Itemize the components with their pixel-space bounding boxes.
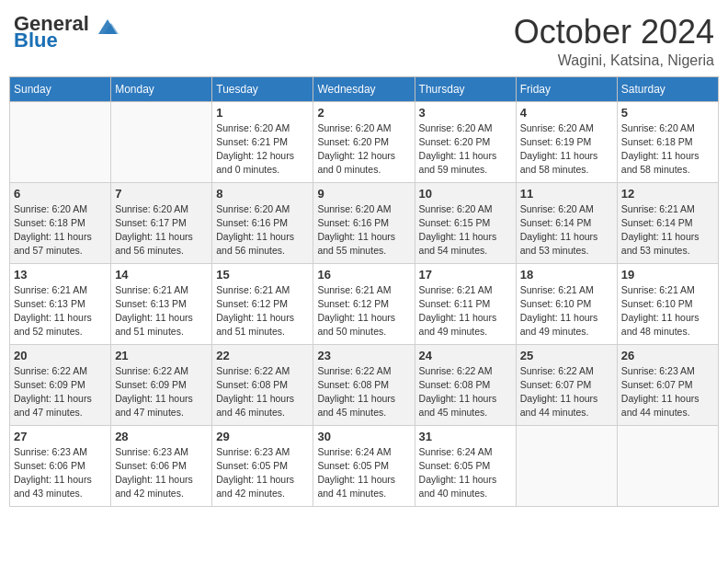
day-info: Sunrise: 6:20 AMSunset: 6:15 PMDaylight:… [419,202,512,259]
calendar-cell [111,101,212,182]
calendar-week-row: 20Sunrise: 6:22 AMSunset: 6:09 PMDayligh… [10,344,719,425]
day-number: 24 [419,349,512,362]
calendar-cell: 20Sunrise: 6:22 AMSunset: 6:09 PMDayligh… [10,344,111,425]
day-info: Sunrise: 6:20 AMSunset: 6:18 PMDaylight:… [14,202,107,259]
logo: General Blue [14,14,120,51]
calendar-cell: 17Sunrise: 6:21 AMSunset: 6:11 PMDayligh… [415,263,516,344]
day-info: Sunrise: 6:20 AMSunset: 6:16 PMDaylight:… [317,202,410,259]
day-number: 26 [621,349,714,362]
calendar-cell: 12Sunrise: 6:21 AMSunset: 6:14 PMDayligh… [617,182,718,263]
calendar-cell [10,101,111,182]
calendar-cell: 19Sunrise: 6:21 AMSunset: 6:10 PMDayligh… [617,263,718,344]
day-number: 6 [14,187,107,201]
calendar-cell: 9Sunrise: 6:20 AMSunset: 6:16 PMDaylight… [313,182,415,263]
calendar-cell: 18Sunrise: 6:21 AMSunset: 6:10 PMDayligh… [516,263,617,344]
day-number: 12 [621,187,714,201]
calendar-cell: 4Sunrise: 6:20 AMSunset: 6:19 PMDaylight… [516,101,617,182]
day-info: Sunrise: 6:21 AMSunset: 6:14 PMDaylight:… [621,202,714,259]
day-number: 8 [216,187,309,201]
day-info: Sunrise: 6:23 AMSunset: 6:06 PMDaylight:… [14,445,107,501]
day-info: Sunrise: 6:22 AMSunset: 6:09 PMDaylight:… [115,364,208,420]
day-number: 14 [115,268,208,282]
day-number: 29 [216,430,309,443]
day-number: 3 [419,106,512,120]
day-number: 13 [14,268,107,282]
day-number: 22 [216,349,309,362]
calendar-cell: 15Sunrise: 6:21 AMSunset: 6:12 PMDayligh… [212,263,313,344]
day-info: Sunrise: 6:22 AMSunset: 6:09 PMDaylight:… [14,364,107,420]
day-number: 28 [115,430,208,443]
day-info: Sunrise: 6:24 AMSunset: 6:05 PMDaylight:… [419,445,512,501]
calendar-cell: 29Sunrise: 6:23 AMSunset: 6:05 PMDayligh… [212,425,313,506]
calendar-cell: 1Sunrise: 6:20 AMSunset: 6:21 PMDaylight… [212,101,313,182]
day-header-friday: Friday [516,76,617,101]
day-info: Sunrise: 6:21 AMSunset: 6:13 PMDaylight:… [14,283,107,339]
calendar-cell: 23Sunrise: 6:22 AMSunset: 6:08 PMDayligh… [313,344,415,425]
day-number: 17 [419,268,512,282]
calendar-week-row: 1Sunrise: 6:20 AMSunset: 6:21 PMDaylight… [10,101,719,182]
day-number: 31 [419,430,512,443]
calendar-cell: 14Sunrise: 6:21 AMSunset: 6:13 PMDayligh… [111,263,212,344]
month-title: October 2024 [514,14,714,51]
calendar-cell: 16Sunrise: 6:21 AMSunset: 6:12 PMDayligh… [313,263,415,344]
day-info: Sunrise: 6:21 AMSunset: 6:12 PMDaylight:… [317,283,410,339]
day-info: Sunrise: 6:22 AMSunset: 6:08 PMDaylight:… [419,364,512,420]
day-info: Sunrise: 6:22 AMSunset: 6:08 PMDaylight:… [216,364,309,420]
day-number: 23 [317,349,410,362]
day-info: Sunrise: 6:21 AMSunset: 6:10 PMDaylight:… [520,283,613,339]
day-info: Sunrise: 6:22 AMSunset: 6:07 PMDaylight:… [520,364,613,420]
day-info: Sunrise: 6:20 AMSunset: 6:16 PMDaylight:… [216,202,309,259]
day-info: Sunrise: 6:23 AMSunset: 6:05 PMDaylight:… [216,445,309,501]
day-number: 16 [317,268,410,282]
day-info: Sunrise: 6:21 AMSunset: 6:12 PMDaylight:… [216,283,309,339]
calendar-cell: 5Sunrise: 6:20 AMSunset: 6:18 PMDaylight… [617,101,718,182]
calendar-cell: 10Sunrise: 6:20 AMSunset: 6:15 PMDayligh… [415,182,516,263]
calendar-cell: 27Sunrise: 6:23 AMSunset: 6:06 PMDayligh… [10,425,111,506]
day-info: Sunrise: 6:20 AMSunset: 6:20 PMDaylight:… [419,121,512,178]
calendar-cell: 21Sunrise: 6:22 AMSunset: 6:09 PMDayligh… [111,344,212,425]
logo-icon [95,16,120,38]
calendar-table: SundayMondayTuesdayWednesdayThursdayFrid… [9,76,719,507]
day-info: Sunrise: 6:20 AMSunset: 6:19 PMDaylight:… [520,121,613,178]
day-info: Sunrise: 6:20 AMSunset: 6:14 PMDaylight:… [520,202,613,259]
day-header-thursday: Thursday [415,76,516,101]
day-header-saturday: Saturday [617,76,718,101]
calendar-cell: 26Sunrise: 6:23 AMSunset: 6:07 PMDayligh… [617,344,718,425]
day-info: Sunrise: 6:21 AMSunset: 6:10 PMDaylight:… [621,283,714,339]
day-info: Sunrise: 6:21 AMSunset: 6:11 PMDaylight:… [419,283,512,339]
day-info: Sunrise: 6:23 AMSunset: 6:06 PMDaylight:… [115,445,208,501]
day-header-tuesday: Tuesday [212,76,313,101]
calendar-cell: 28Sunrise: 6:23 AMSunset: 6:06 PMDayligh… [111,425,212,506]
day-number: 18 [520,268,613,282]
calendar-cell: 8Sunrise: 6:20 AMSunset: 6:16 PMDaylight… [212,182,313,263]
day-number: 21 [115,349,208,362]
title-area: October 2024 Wagini, Katsina, Nigeria [514,14,714,69]
day-number: 5 [621,106,714,120]
day-number: 30 [317,430,410,443]
day-number: 25 [520,349,613,362]
calendar-cell: 31Sunrise: 6:24 AMSunset: 6:05 PMDayligh… [415,425,516,506]
calendar-cell [617,425,718,506]
day-number: 1 [216,106,309,120]
calendar-cell: 2Sunrise: 6:20 AMSunset: 6:20 PMDaylight… [313,101,415,182]
day-number: 15 [216,268,309,282]
day-info: Sunrise: 6:21 AMSunset: 6:13 PMDaylight:… [115,283,208,339]
calendar-cell: 13Sunrise: 6:21 AMSunset: 6:13 PMDayligh… [10,263,111,344]
calendar-cell: 25Sunrise: 6:22 AMSunset: 6:07 PMDayligh… [516,344,617,425]
day-number: 19 [621,268,714,282]
calendar-cell [516,425,617,506]
day-header-wednesday: Wednesday [313,76,415,101]
day-header-monday: Monday [111,76,212,101]
calendar-week-row: 6Sunrise: 6:20 AMSunset: 6:18 PMDaylight… [10,182,719,263]
calendar-cell: 30Sunrise: 6:24 AMSunset: 6:05 PMDayligh… [313,425,415,506]
calendar-week-row: 27Sunrise: 6:23 AMSunset: 6:06 PMDayligh… [10,425,719,506]
location: Wagini, Katsina, Nigeria [514,52,714,69]
day-info: Sunrise: 6:20 AMSunset: 6:20 PMDaylight:… [317,121,410,178]
day-number: 9 [317,187,410,201]
calendar-week-row: 13Sunrise: 6:21 AMSunset: 6:13 PMDayligh… [10,263,719,344]
logo-blue: Blue [14,30,89,51]
day-number: 10 [419,187,512,201]
day-number: 11 [520,187,613,201]
day-info: Sunrise: 6:22 AMSunset: 6:08 PMDaylight:… [317,364,410,420]
day-info: Sunrise: 6:20 AMSunset: 6:18 PMDaylight:… [621,121,714,178]
